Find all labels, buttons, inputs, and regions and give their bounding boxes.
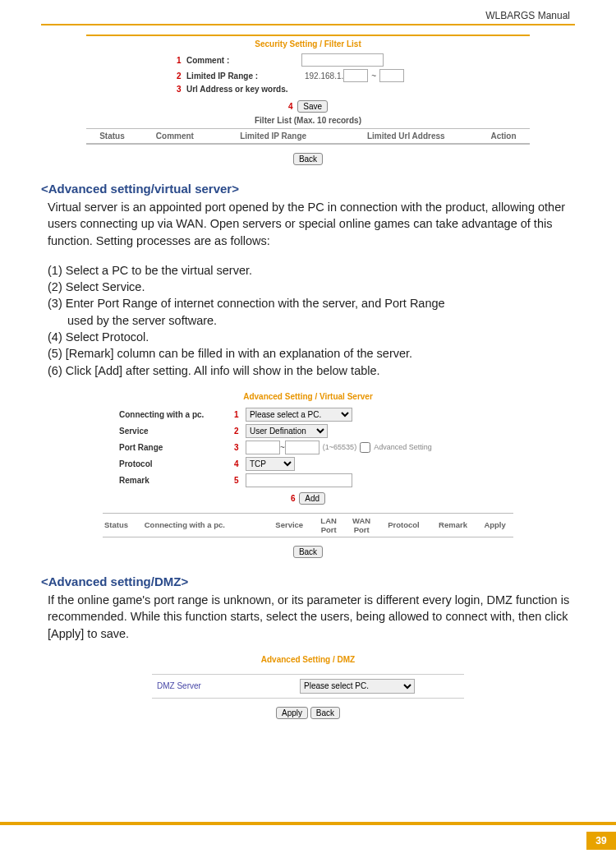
port-from-input[interactable] bbox=[246, 441, 280, 454]
vs-th-status: Status bbox=[103, 513, 143, 537]
vs-marker-2: 2 bbox=[234, 427, 246, 436]
filter-list-screenshot: Security Setting / Filter List 1 Comment… bbox=[86, 35, 530, 165]
marker-4: 4 bbox=[288, 102, 293, 111]
marker-1: 1 bbox=[177, 56, 186, 65]
dmz-para: If the online game's port range is unkno… bbox=[48, 592, 575, 642]
advanced-label: Advanced Setting bbox=[374, 443, 432, 451]
virtual-server-heading: <Advanced setting/virtual server> bbox=[41, 182, 575, 196]
comment-label: Comment : bbox=[186, 56, 301, 65]
back-button-2[interactable]: Back bbox=[293, 546, 323, 558]
filter-list-title: Filter List (Max. 10 records) bbox=[86, 116, 530, 125]
back-button-1[interactable]: Back bbox=[293, 153, 323, 165]
top-divider bbox=[41, 24, 575, 25]
ip-from-input[interactable] bbox=[343, 69, 368, 82]
dmz-screenshot: Advanced Setting / DMZ DMZ Server Please… bbox=[152, 655, 464, 719]
filter-title: Security Setting / Filter List bbox=[86, 39, 530, 48]
remark-input[interactable] bbox=[246, 473, 352, 487]
url-label: Url Address or key words. bbox=[186, 85, 433, 94]
vs-marker-1: 1 bbox=[234, 410, 246, 419]
advanced-checkbox[interactable] bbox=[360, 442, 370, 453]
vs-th-apply: Apply bbox=[476, 513, 513, 537]
step-2: (2) Select Service. bbox=[48, 279, 575, 295]
step-6: (6) Click [Add] after setting. All info … bbox=[48, 362, 575, 379]
limited-ip-label: Limited IP Range : bbox=[186, 72, 301, 81]
vs-marker-3: 3 bbox=[234, 443, 246, 452]
marker-3: 3 bbox=[177, 85, 186, 94]
step-5: (5) [Remark] column can be filled in wit… bbox=[48, 345, 575, 362]
vs-marker-6: 6 bbox=[291, 494, 296, 503]
step-3b: used by the server software. bbox=[48, 312, 575, 329]
vs-lbl-protocol: Protocol bbox=[119, 459, 234, 468]
bottom-divider bbox=[0, 822, 616, 825]
port-to-input[interactable] bbox=[285, 441, 319, 454]
th-comment: Comment bbox=[138, 129, 212, 144]
th-action: Action bbox=[477, 129, 530, 144]
vs-lbl-service: Service bbox=[119, 427, 234, 436]
ip-prefix: 192.168.1. bbox=[301, 72, 343, 81]
th-iprange: Limited IP Range bbox=[212, 129, 335, 144]
vs-title: Advanced Setting / Virtual Server bbox=[103, 392, 513, 401]
protocol-select[interactable]: TCP bbox=[246, 457, 295, 471]
page-content: Security Setting / Filter List 1 Comment… bbox=[41, 35, 575, 719]
vs-lbl-remark: Remark bbox=[119, 476, 234, 485]
service-select[interactable]: User Defination bbox=[246, 424, 328, 438]
vs-lbl-pc: Connecting with a pc. bbox=[119, 410, 234, 419]
virtual-server-para: Virtual server is an appointed port open… bbox=[48, 199, 575, 249]
dmz-title: Advanced Setting / DMZ bbox=[152, 655, 464, 664]
back-button-3[interactable]: Back bbox=[310, 707, 340, 719]
save-button[interactable]: Save bbox=[297, 100, 328, 113]
step-4: (4) Select Protocol. bbox=[48, 329, 575, 345]
vs-lbl-port: Port Range bbox=[119, 443, 234, 452]
step-3: (3) Enter Port Range of internet connect… bbox=[48, 295, 575, 311]
vs-th-conn: Connecting with a pc. bbox=[143, 513, 267, 537]
dmz-heading: <Advanced setting/DMZ> bbox=[41, 574, 575, 588]
add-button[interactable]: Add bbox=[299, 492, 325, 505]
vs-th-remark: Remark bbox=[430, 513, 476, 537]
vs-th-protocol: Protocol bbox=[378, 513, 430, 537]
marker-2: 2 bbox=[177, 72, 186, 81]
virtual-server-screenshot: Advanced Setting / Virtual Server Connec… bbox=[103, 392, 513, 558]
port-hint: (1~65535) bbox=[323, 443, 356, 451]
ip-to-input[interactable] bbox=[379, 69, 404, 82]
vs-th-service: Service bbox=[266, 513, 312, 537]
vs-marker-5: 5 bbox=[234, 476, 246, 485]
dmz-select[interactable]: Please select PC. bbox=[300, 679, 415, 694]
pc-select[interactable]: Please select a PC. bbox=[246, 408, 352, 422]
vs-th-lan: LAN Port bbox=[312, 513, 345, 537]
vs-marker-4: 4 bbox=[234, 459, 246, 468]
filter-table: Status Comment Limited IP Range Limited … bbox=[86, 128, 530, 144]
th-status: Status bbox=[86, 129, 138, 144]
apply-button[interactable]: Apply bbox=[276, 707, 308, 719]
dmz-server-label: DMZ Server bbox=[152, 681, 300, 690]
vs-th-wan: WAN Port bbox=[345, 513, 378, 537]
header-title: WLBARGS Manual bbox=[485, 10, 570, 21]
step-1: (1) Select a PC to be the virtual server… bbox=[48, 262, 575, 279]
virtual-server-steps: (1) Select a PC to be the virtual server… bbox=[48, 262, 575, 379]
vs-table: Status Connecting with a pc. Service LAN… bbox=[103, 513, 513, 537]
th-url: Limited Url Address bbox=[335, 129, 477, 144]
page-number: 39 bbox=[586, 832, 616, 850]
comment-input[interactable] bbox=[301, 53, 384, 67]
